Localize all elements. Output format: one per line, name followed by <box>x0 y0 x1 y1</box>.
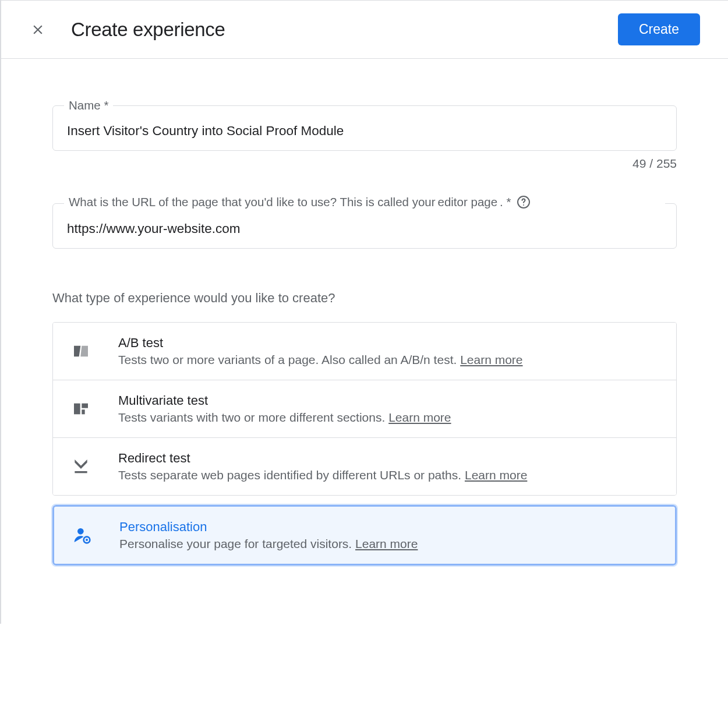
svg-point-6 <box>77 528 84 535</box>
close-icon <box>30 22 45 37</box>
option-personalisation-desc: Personalise your page for targeted visit… <box>119 537 656 551</box>
option-personalisation-text: Personalisation Personalise your page fo… <box>119 519 656 551</box>
option-ab-title: A/B test <box>118 335 658 351</box>
experience-type-prompt: What type of experience would you like t… <box>52 291 677 306</box>
learn-more-link[interactable]: Learn more <box>460 353 522 366</box>
svg-rect-2 <box>74 404 80 415</box>
svg-rect-4 <box>82 409 84 414</box>
learn-more-link[interactable]: Learn more <box>388 411 451 424</box>
option-ab-text: A/B test Tests two or more variants of a… <box>118 335 658 367</box>
url-label-prefix: What is the URL of the page that you'd l… <box>69 195 436 209</box>
personalisation-icon <box>73 526 91 545</box>
option-multivariate-text: Multivariate test Tests variants with tw… <box>118 393 658 425</box>
option-redirect-desc: Tests separate web pages identified by d… <box>118 468 658 482</box>
close-button[interactable] <box>30 22 45 37</box>
redirect-icon <box>72 457 90 476</box>
multivariate-icon <box>72 400 90 418</box>
name-field-label: Name * <box>64 98 113 112</box>
name-field-wrapper: Name * <box>52 105 677 151</box>
svg-rect-5 <box>75 471 87 473</box>
experience-type-options: A/B test Tests two or more variants of a… <box>52 322 677 496</box>
help-icon[interactable] <box>517 195 531 209</box>
url-field-wrapper: What is the URL of the page that you'd l… <box>52 203 677 249</box>
svg-point-1 <box>523 204 524 206</box>
option-redirect-test[interactable]: Redirect test Tests separate web pages i… <box>53 438 676 495</box>
option-multivariate-test[interactable]: Multivariate test Tests variants with tw… <box>53 380 676 438</box>
option-redirect-title: Redirect test <box>118 451 658 466</box>
option-personalisation[interactable]: Personalisation Personalise your page fo… <box>52 505 677 565</box>
name-input[interactable] <box>52 105 677 151</box>
dialog-content: Name * 49 / 255 What is the URL of the p… <box>1 59 728 624</box>
learn-more-link[interactable]: Learn more <box>355 537 418 550</box>
svg-rect-3 <box>82 404 88 408</box>
option-ab-desc: Tests two or more variants of a page. Al… <box>118 353 658 367</box>
url-label-suffix: . * <box>500 195 511 209</box>
name-char-counter: 49 / 255 <box>52 157 677 171</box>
svg-point-8 <box>86 539 88 541</box>
option-ab-test[interactable]: A/B test Tests two or more variants of a… <box>53 323 676 380</box>
url-label-bold: editor page <box>438 195 498 209</box>
option-multivariate-desc: Tests variants with two or more differen… <box>118 411 658 425</box>
option-multivariate-title: Multivariate test <box>118 393 658 408</box>
dialog-title: Create experience <box>71 19 618 41</box>
url-input[interactable] <box>52 203 677 249</box>
create-button[interactable]: Create <box>618 13 700 45</box>
dialog-header: Create experience Create <box>1 1 728 59</box>
url-field-label: What is the URL of the page that you'd l… <box>64 195 665 209</box>
learn-more-link[interactable]: Learn more <box>465 468 527 482</box>
option-personalisation-title: Personalisation <box>119 519 656 535</box>
option-redirect-text: Redirect test Tests separate web pages i… <box>118 451 658 482</box>
ab-test-icon <box>72 342 90 360</box>
